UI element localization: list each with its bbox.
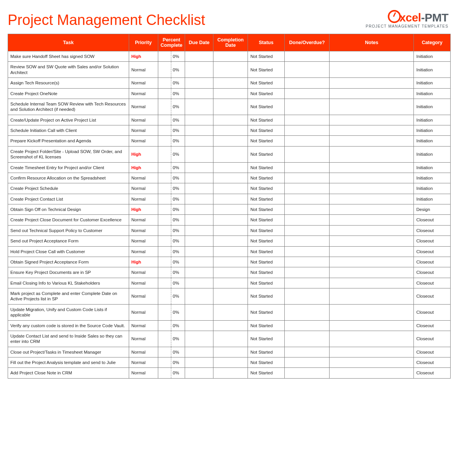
cell-percent-value[interactable]: 0% — [171, 257, 185, 267]
cell-category[interactable]: Closeout — [414, 288, 451, 305]
cell-category[interactable]: Design — [414, 204, 451, 215]
cell-due-date[interactable] — [185, 146, 213, 162]
cell-status[interactable]: Not Started — [248, 136, 284, 146]
cell-completion-date[interactable] — [213, 278, 248, 288]
cell-completion-date[interactable] — [213, 194, 248, 204]
cell-completion-date[interactable] — [213, 51, 248, 62]
cell-percent-value[interactable]: 0% — [171, 194, 185, 204]
cell-notes[interactable] — [330, 173, 414, 183]
cell-category[interactable]: Closeout — [414, 278, 451, 288]
cell-notes[interactable] — [330, 246, 414, 257]
cell-status[interactable]: Not Started — [248, 78, 284, 88]
cell-completion-date[interactable] — [213, 331, 248, 347]
cell-task[interactable]: Review SOW and SW Quote with Sales and/o… — [8, 62, 129, 78]
cell-category[interactable]: Closeout — [414, 246, 451, 257]
cell-status[interactable]: Not Started — [248, 62, 284, 78]
cell-status[interactable]: Not Started — [248, 225, 284, 236]
cell-done-overdue[interactable] — [284, 88, 329, 99]
cell-done-overdue[interactable] — [284, 225, 329, 236]
cell-due-date[interactable] — [185, 246, 213, 257]
cell-priority[interactable]: Normal — [129, 183, 158, 194]
cell-percent-value[interactable]: 0% — [171, 125, 185, 136]
cell-completion-date[interactable] — [213, 347, 248, 357]
cell-completion-date[interactable] — [213, 320, 248, 331]
cell-notes[interactable] — [330, 368, 414, 378]
cell-due-date[interactable] — [185, 215, 213, 225]
cell-task[interactable]: Fill out the Project Analysis template a… — [8, 357, 129, 368]
cell-task[interactable]: Schedule Internal Team SOW Review with T… — [8, 99, 129, 115]
cell-percent-value[interactable]: 0% — [171, 136, 185, 146]
cell-status[interactable]: Not Started — [248, 304, 284, 320]
cell-task[interactable]: Verify any custom code is stored in the … — [8, 320, 129, 331]
cell-status[interactable]: Not Started — [248, 267, 284, 278]
cell-percent-bar[interactable] — [158, 162, 171, 173]
cell-status[interactable]: Not Started — [248, 246, 284, 257]
cell-status[interactable]: Not Started — [248, 347, 284, 357]
cell-task[interactable]: Create/Update Project on Active Project … — [8, 115, 129, 125]
cell-percent-value[interactable]: 0% — [171, 183, 185, 194]
cell-status[interactable]: Not Started — [248, 51, 284, 62]
cell-due-date[interactable] — [185, 88, 213, 99]
cell-due-date[interactable] — [185, 304, 213, 320]
cell-percent-bar[interactable] — [158, 115, 171, 125]
cell-priority[interactable]: Normal — [129, 125, 158, 136]
cell-category[interactable]: Initiation — [414, 173, 451, 183]
cell-priority[interactable]: Normal — [129, 246, 158, 257]
cell-done-overdue[interactable] — [284, 215, 329, 225]
cell-done-overdue[interactable] — [284, 146, 329, 162]
cell-completion-date[interactable] — [213, 173, 248, 183]
cell-priority[interactable]: High — [129, 162, 158, 173]
cell-priority[interactable]: Normal — [129, 357, 158, 368]
cell-percent-value[interactable]: 0% — [171, 162, 185, 173]
cell-status[interactable]: Not Started — [248, 215, 284, 225]
cell-task[interactable]: Prepare Kickoff Presentation and Agenda — [8, 136, 129, 146]
cell-status[interactable]: Not Started — [248, 125, 284, 136]
cell-task[interactable]: Create Project Close Document for Custom… — [8, 215, 129, 225]
cell-category[interactable]: Closeout — [414, 215, 451, 225]
cell-percent-bar[interactable] — [158, 288, 171, 305]
cell-due-date[interactable] — [185, 99, 213, 115]
cell-percent-bar[interactable] — [158, 331, 171, 347]
cell-priority[interactable]: Normal — [129, 304, 158, 320]
cell-done-overdue[interactable] — [284, 257, 329, 267]
cell-percent-bar[interactable] — [158, 257, 171, 267]
cell-notes[interactable] — [330, 162, 414, 173]
cell-task[interactable]: Obtain Sign Off on Technical Design — [8, 204, 129, 215]
cell-category[interactable]: Initiation — [414, 146, 451, 162]
cell-status[interactable]: Not Started — [248, 278, 284, 288]
cell-notes[interactable] — [330, 146, 414, 162]
cell-due-date[interactable] — [185, 204, 213, 215]
cell-task[interactable]: Create Project Contact List — [8, 194, 129, 204]
cell-percent-value[interactable]: 0% — [171, 215, 185, 225]
cell-completion-date[interactable] — [213, 62, 248, 78]
cell-notes[interactable] — [330, 257, 414, 267]
cell-due-date[interactable] — [185, 115, 213, 125]
cell-priority[interactable]: Normal — [129, 99, 158, 115]
cell-completion-date[interactable] — [213, 78, 248, 88]
cell-status[interactable]: Not Started — [248, 99, 284, 115]
cell-priority[interactable]: Normal — [129, 173, 158, 183]
cell-completion-date[interactable] — [213, 257, 248, 267]
cell-status[interactable]: Not Started — [248, 257, 284, 267]
cell-percent-bar[interactable] — [158, 267, 171, 278]
cell-due-date[interactable] — [185, 257, 213, 267]
cell-done-overdue[interactable] — [284, 347, 329, 357]
cell-notes[interactable] — [330, 215, 414, 225]
cell-percent-bar[interactable] — [158, 62, 171, 78]
cell-completion-date[interactable] — [213, 88, 248, 99]
cell-percent-bar[interactable] — [158, 99, 171, 115]
cell-notes[interactable] — [330, 236, 414, 246]
cell-completion-date[interactable] — [213, 115, 248, 125]
cell-due-date[interactable] — [185, 347, 213, 357]
cell-due-date[interactable] — [185, 288, 213, 305]
cell-notes[interactable] — [330, 347, 414, 357]
cell-percent-value[interactable]: 0% — [171, 357, 185, 368]
cell-status[interactable]: Not Started — [248, 146, 284, 162]
cell-done-overdue[interactable] — [284, 204, 329, 215]
cell-task[interactable]: Create Project Folder/Site - Upload SOW,… — [8, 146, 129, 162]
cell-done-overdue[interactable] — [284, 99, 329, 115]
cell-task[interactable]: Ensure Key Project Documents are in SP — [8, 267, 129, 278]
cell-percent-value[interactable]: 0% — [171, 146, 185, 162]
cell-percent-bar[interactable] — [158, 347, 171, 357]
cell-done-overdue[interactable] — [284, 236, 329, 246]
